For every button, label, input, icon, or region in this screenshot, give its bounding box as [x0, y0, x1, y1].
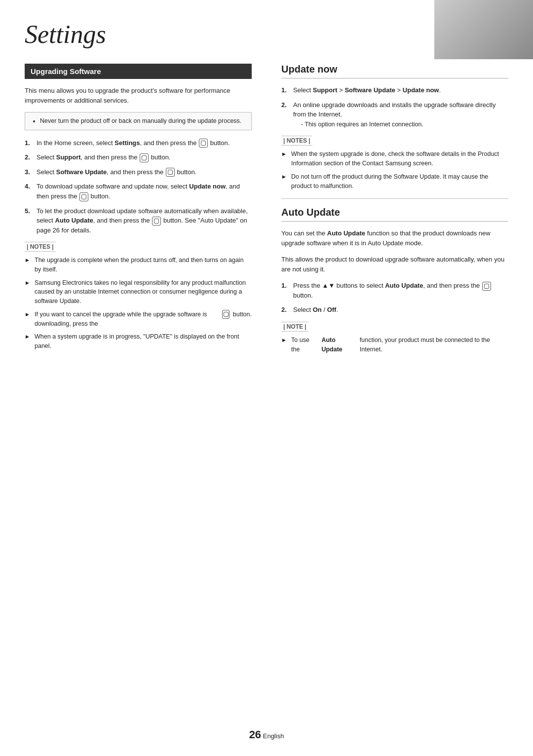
update-step-2: 2. An online upgrade downloads and insta…	[281, 100, 508, 129]
page-title: Settings	[25, 15, 508, 49]
auto-update-intro2: This allows the product to download upgr…	[281, 255, 508, 274]
enter-button-icon	[152, 217, 161, 226]
update-note-1: When the system upgrade is done, check t…	[281, 150, 508, 168]
update-note-2: Do not turn off the product during the S…	[281, 172, 508, 191]
warning-box: Never turn the product off or back on ma…	[25, 112, 252, 130]
update-now-notes-label: | NOTES |	[281, 136, 312, 146]
auto-update-steps: 1. Press the ▲▼ buttons to select Auto U…	[281, 281, 508, 315]
upgrading-software-heading: Upgrading Software	[25, 64, 252, 79]
enter-button-icon	[199, 139, 208, 148]
page-number: 26	[249, 728, 261, 741]
step-4: 4. To download update software and updat…	[25, 182, 252, 201]
enter-button-icon	[222, 310, 229, 319]
enter-button-icon	[140, 153, 149, 162]
warning-text: Never turn the product off or back on ma…	[40, 116, 245, 126]
update-now-heading: Update now	[281, 64, 508, 78]
step-2: 2. Select Support, and then press the bu…	[25, 152, 252, 162]
section-divider	[281, 198, 508, 199]
left-column: Upgrading Software This menu allows you …	[25, 64, 257, 361]
step-5: 5. To let the product download update so…	[25, 206, 252, 235]
page-footer: 26 English	[0, 728, 533, 741]
left-intro: This menu allows you to upgrade the prod…	[25, 86, 252, 105]
note-1: The upgrade is complete when the product…	[25, 256, 252, 274]
auto-step-2: 2. Select On / Off.	[281, 305, 508, 315]
note-4: When a system upgrade is in progress, "U…	[25, 332, 252, 351]
enter-button-icon	[79, 192, 88, 201]
auto-step-1: 1. Press the ▲▼ buttons to select Auto U…	[281, 281, 508, 300]
right-column: Update now 1. Select Support > Software …	[276, 64, 508, 361]
page-lang: English	[263, 732, 284, 740]
update-step-1: 1. Select Support > Software Update > Up…	[281, 85, 508, 95]
step-3: 3. Select Software Update, and then pres…	[25, 167, 252, 177]
auto-update-intro1: You can set the Auto Update function so …	[281, 228, 508, 248]
steps-list: 1. In the Home screen, select Settings, …	[25, 138, 252, 235]
auto-note-1: To use the Auto Update function, your pr…	[281, 336, 508, 354]
auto-update-note-label: | NOTE |	[281, 322, 308, 332]
update-now-notes: When the system upgrade is done, check t…	[281, 150, 508, 190]
notes-label: | NOTES |	[25, 242, 56, 252]
auto-update-notes: To use the Auto Update function, your pr…	[281, 336, 508, 354]
left-notes: The upgrade is complete when the product…	[25, 256, 252, 351]
auto-update-heading: Auto Update	[281, 207, 508, 222]
update-now-steps: 1. Select Support > Software Update > Up…	[281, 85, 508, 129]
step-1: 1. In the Home screen, select Settings, …	[25, 138, 252, 148]
enter-button-icon	[482, 282, 491, 291]
enter-button-icon	[166, 168, 175, 177]
note-2: Samsung Electronics takes no legal respo…	[25, 278, 252, 306]
note-3: If you want to cancel the upgrade while …	[25, 310, 252, 329]
